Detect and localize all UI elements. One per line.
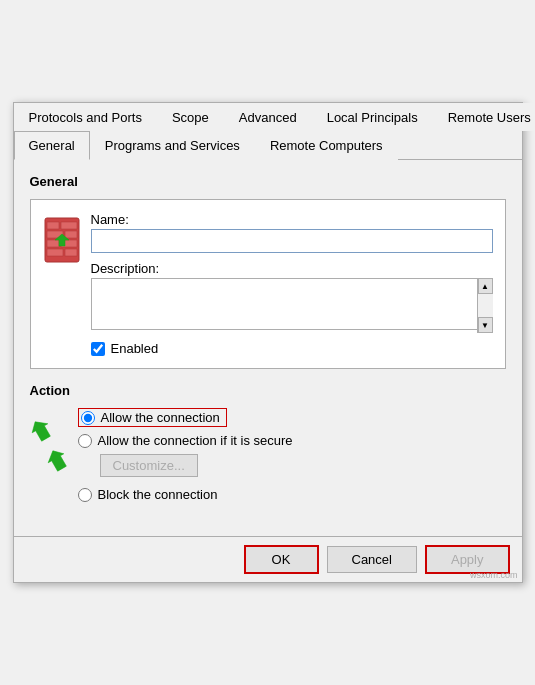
firewall-icon bbox=[43, 216, 81, 264]
svg-marker-10 bbox=[30, 417, 54, 443]
description-label: Description: bbox=[91, 261, 493, 276]
tab-general[interactable]: General bbox=[14, 131, 90, 160]
content-area: General bbox=[14, 160, 522, 536]
description-wrapper: ▲ ▼ bbox=[91, 278, 493, 333]
name-label: Name: bbox=[91, 212, 493, 227]
action-section-title: Action bbox=[30, 383, 506, 398]
svg-rect-4 bbox=[65, 231, 77, 238]
svg-marker-11 bbox=[44, 447, 68, 473]
tab-scope[interactable]: Scope bbox=[157, 103, 224, 131]
tab-advanced[interactable]: Advanced bbox=[224, 103, 312, 131]
allow-connection-box: Allow the connection bbox=[78, 408, 227, 427]
radio-row-allow: Allow the connection bbox=[78, 408, 506, 427]
radio-allow[interactable] bbox=[81, 411, 95, 425]
radio-allow-secure-label: Allow the connection if it is secure bbox=[98, 433, 293, 448]
apply-button[interactable]: Apply bbox=[425, 545, 510, 574]
radio-row-block: Block the connection bbox=[78, 487, 506, 502]
action-section: Action Allow the c bbox=[30, 383, 506, 508]
ok-button[interactable]: OK bbox=[244, 545, 319, 574]
svg-rect-5 bbox=[47, 240, 59, 247]
radio-block[interactable] bbox=[78, 488, 92, 502]
svg-rect-1 bbox=[47, 222, 59, 229]
general-section: Name: Description: ▲ ▼ bbox=[30, 199, 506, 369]
scrollbar: ▲ ▼ bbox=[477, 278, 493, 333]
radio-block-label: Block the connection bbox=[98, 487, 218, 502]
name-input[interactable] bbox=[91, 229, 493, 253]
svg-rect-7 bbox=[47, 249, 63, 256]
radio-allow-secure[interactable] bbox=[78, 434, 92, 448]
form-fields: Name: Description: ▲ ▼ bbox=[91, 212, 493, 356]
tab-row-1: Protocols and Ports Scope Advanced Local… bbox=[14, 103, 522, 131]
tab-remote-computers[interactable]: Remote Computers bbox=[255, 131, 398, 160]
dialog-window: Protocols and Ports Scope Advanced Local… bbox=[13, 102, 523, 583]
scroll-down[interactable]: ▼ bbox=[478, 317, 493, 333]
arrows-icon bbox=[30, 410, 68, 480]
svg-rect-2 bbox=[61, 222, 77, 229]
enabled-row: Enabled bbox=[91, 341, 493, 356]
tab-local-principals[interactable]: Local Principals bbox=[312, 103, 433, 131]
description-field-row: Description: ▲ ▼ bbox=[91, 261, 493, 333]
bottom-bar: OK Cancel Apply bbox=[14, 536, 522, 582]
description-input[interactable] bbox=[91, 278, 493, 330]
action-content: Allow the connection Allow the connectio… bbox=[30, 408, 506, 508]
customize-button[interactable]: Customize... bbox=[100, 454, 198, 477]
tab-remote-users[interactable]: Remote Users bbox=[433, 103, 535, 131]
tab-row-2: General Programs and Services Remote Com… bbox=[14, 131, 522, 160]
general-section-title: General bbox=[30, 174, 506, 189]
enabled-checkbox[interactable] bbox=[91, 342, 105, 356]
scroll-up[interactable]: ▲ bbox=[478, 278, 493, 294]
customize-btn-row: Customize... bbox=[78, 454, 506, 483]
radio-row-allow-secure: Allow the connection if it is secure bbox=[78, 433, 506, 448]
svg-rect-8 bbox=[65, 249, 77, 256]
enabled-label: Enabled bbox=[111, 341, 159, 356]
radio-group: Allow the connection Allow the connectio… bbox=[78, 408, 506, 508]
tab-programs-and-services[interactable]: Programs and Services bbox=[90, 131, 255, 160]
name-field-row: Name: bbox=[91, 212, 493, 253]
tab-protocols-and-ports[interactable]: Protocols and Ports bbox=[14, 103, 157, 131]
cancel-button[interactable]: Cancel bbox=[327, 546, 417, 573]
radio-allow-label: Allow the connection bbox=[101, 410, 220, 425]
general-inner: Name: Description: ▲ ▼ bbox=[43, 212, 493, 356]
